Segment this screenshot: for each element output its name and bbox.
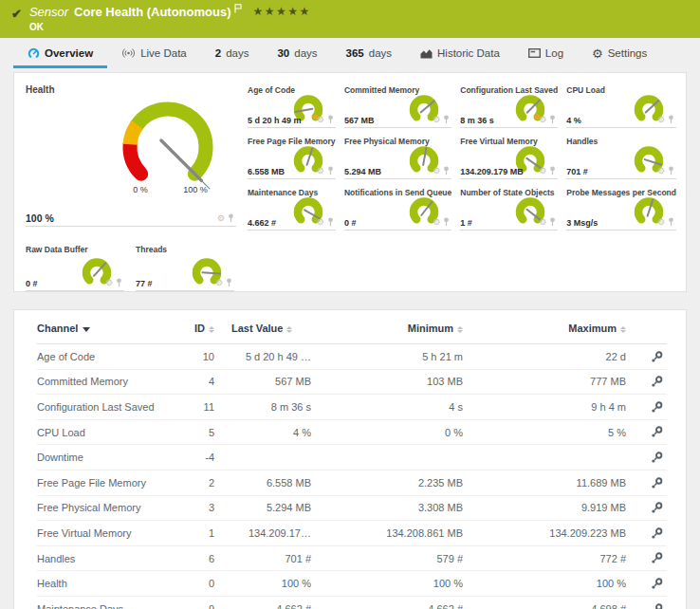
tab-2-days[interactable]: 2days (201, 38, 264, 68)
cell-channel[interactable]: Age of Code (37, 344, 179, 370)
pin-icon[interactable] (668, 217, 674, 227)
channel-settings-icon[interactable] (651, 502, 663, 514)
gear-icon[interactable]: ⚙ (317, 116, 324, 124)
gear-icon[interactable]: ⚙ (215, 279, 223, 287)
gauge-tile[interactable]: Committed Memory 567 MB ⚙ (344, 83, 451, 128)
tab-365-days[interactable]: 365days (332, 38, 406, 68)
gear-icon[interactable]: ⚙ (217, 214, 225, 223)
gear-icon[interactable]: ⚙ (433, 167, 440, 175)
gauge-value: 0 # (344, 218, 357, 228)
cell-id: 3 (179, 495, 231, 521)
gear-icon[interactable]: ⚙ (433, 116, 440, 124)
cell-minimum: 579 # (334, 545, 486, 571)
pin-icon[interactable] (668, 166, 674, 175)
cell-last-value: 5.294 MB (231, 495, 334, 521)
column-header-minimum[interactable]: Minimum (334, 314, 486, 344)
pin-icon[interactable] (443, 217, 450, 227)
tab-log[interactable]: Log (514, 38, 578, 68)
channel-settings-icon[interactable] (651, 351, 663, 363)
gauge-tile[interactable]: Probe Messages per Second 3 Msg/s ⚙ (566, 185, 676, 231)
gear-icon[interactable]: ⚙ (317, 218, 324, 227)
cell-maximum (486, 445, 649, 471)
gauge-value: 0 # (26, 279, 38, 288)
channel-settings-icon[interactable] (651, 603, 663, 609)
gauge-tile[interactable]: Threads 77 # ⚙ (136, 242, 234, 291)
gauge-tile[interactable]: Free Physical Memory 5.294 MB ⚙ (344, 134, 451, 179)
cell-minimum: 103 MB (334, 369, 486, 395)
sort-icon (457, 326, 463, 333)
cell-channel[interactable]: Downtime (37, 445, 179, 471)
table-header-row: Channel ID Last Value Minimum Maximum (37, 314, 667, 344)
gauge-tile[interactable]: Free Page File Memory 6.558 MB ⚙ (248, 134, 336, 179)
tab-historic-data[interactable]: Historic Data (406, 38, 514, 68)
pin-icon[interactable] (226, 278, 232, 287)
pin-icon[interactable] (443, 166, 450, 175)
gauge-tile[interactable]: Free Virtual Memory 134.209.179 MB ⚙ (460, 134, 558, 179)
pin-icon[interactable] (327, 115, 334, 124)
gauge-extra-row: Raw Data Buffer 0 # ⚙ Threads 77 # ⚙ (26, 242, 236, 291)
gear-icon[interactable]: ⚙ (317, 167, 324, 175)
gauge-tile[interactable]: Age of Code 5 d 20 h 49 m ⚙ (248, 83, 336, 128)
column-header-last-value[interactable]: Last Value (231, 314, 334, 344)
pin-icon[interactable] (668, 115, 674, 124)
pin-icon[interactable] (443, 115, 450, 124)
channel-settings-icon[interactable] (651, 552, 663, 564)
cell-channel[interactable]: Free Physical Memory (37, 495, 179, 521)
channel-settings-icon[interactable] (651, 426, 663, 438)
overview-panel: Health 0 %100 % 100 % ⚙ Raw Data Buffer … (13, 72, 687, 292)
flag-icon[interactable] (234, 4, 242, 13)
gear-icon[interactable]: ⚙ (657, 218, 665, 227)
gear-icon[interactable]: ⚙ (539, 116, 546, 124)
cell-id: -4 (179, 445, 231, 471)
pin-icon[interactable] (549, 115, 556, 124)
pin-icon[interactable] (228, 213, 234, 223)
column-header-maximum[interactable]: Maximum (486, 314, 649, 344)
gauge-tile[interactable]: Configuration Last Saved 8 m 36 s ⚙ (460, 83, 558, 128)
cell-channel[interactable]: Maintenance Days (37, 596, 179, 609)
gauge-tile-health[interactable]: Health 0 %100 % 100 % ⚙ (26, 83, 236, 227)
channel-table: Channel ID Last Value Minimum Maximum Ag… (37, 314, 667, 609)
pin-icon[interactable] (549, 166, 556, 175)
channel-settings-icon[interactable] (651, 527, 663, 540)
cell-channel[interactable]: Free Virtual Memory (37, 521, 179, 546)
channel-settings-icon[interactable] (651, 452, 663, 464)
column-header-id[interactable]: ID (179, 314, 231, 344)
pin-icon[interactable] (116, 278, 122, 287)
gear-icon[interactable]: ⚙ (657, 116, 665, 124)
gauge-tile[interactable]: Raw Data Buffer 0 # ⚙ (26, 242, 124, 291)
gauge-grid: Age of Code 5 d 20 h 49 m ⚙ Committed Me… (248, 83, 676, 291)
tab-settings[interactable]: ⚙ Settings (578, 38, 661, 68)
pin-icon[interactable] (549, 217, 556, 227)
gear-icon[interactable]: ⚙ (539, 167, 546, 175)
cell-channel[interactable]: Configuration Last Saved (37, 395, 179, 420)
gauge-tile[interactable]: CPU Load 4 % ⚙ (566, 83, 676, 128)
gauge-tile[interactable]: Number of State Objects 1 # ⚙ (460, 185, 558, 231)
gear-icon[interactable]: ⚙ (657, 167, 665, 175)
cell-channel[interactable]: Committed Memory (37, 369, 179, 395)
channel-settings-icon[interactable] (651, 376, 663, 388)
cell-maximum: 9 h 4 m (486, 395, 649, 420)
cell-channel[interactable]: Health (37, 571, 179, 597)
channel-settings-icon[interactable] (651, 578, 663, 590)
tab-overview[interactable]: Overview (13, 38, 107, 68)
gear-icon[interactable]: ⚙ (433, 218, 440, 227)
cell-channel[interactable]: Free Page File Memory (37, 470, 179, 495)
cell-channel[interactable]: CPU Load (37, 419, 179, 445)
cell-minimum: 4 s (334, 395, 486, 420)
gauge-tile[interactable]: Maintenance Days 4.662 # ⚙ (248, 185, 336, 231)
gear-icon[interactable]: ⚙ (539, 218, 546, 227)
gauge-tile[interactable]: Handles 701 # ⚙ (566, 134, 676, 179)
gauge-tile[interactable]: Notifications in Send Queue 0 # ⚙ (344, 185, 451, 231)
gear-icon[interactable]: ⚙ (105, 279, 113, 287)
channel-settings-icon[interactable] (651, 477, 663, 489)
sort-icon (209, 326, 214, 333)
cell-id: 9 (179, 596, 231, 609)
channel-settings-icon[interactable] (651, 401, 663, 414)
column-header-channel[interactable]: Channel (37, 314, 179, 344)
pin-icon[interactable] (327, 166, 334, 175)
tab-30-days[interactable]: 30days (263, 38, 331, 68)
tab-live-data[interactable]: Live Data (107, 38, 201, 68)
priority-stars[interactable]: ★★★★★ (253, 5, 311, 18)
cell-channel[interactable]: Handles (37, 545, 179, 571)
pin-icon[interactable] (327, 217, 334, 227)
